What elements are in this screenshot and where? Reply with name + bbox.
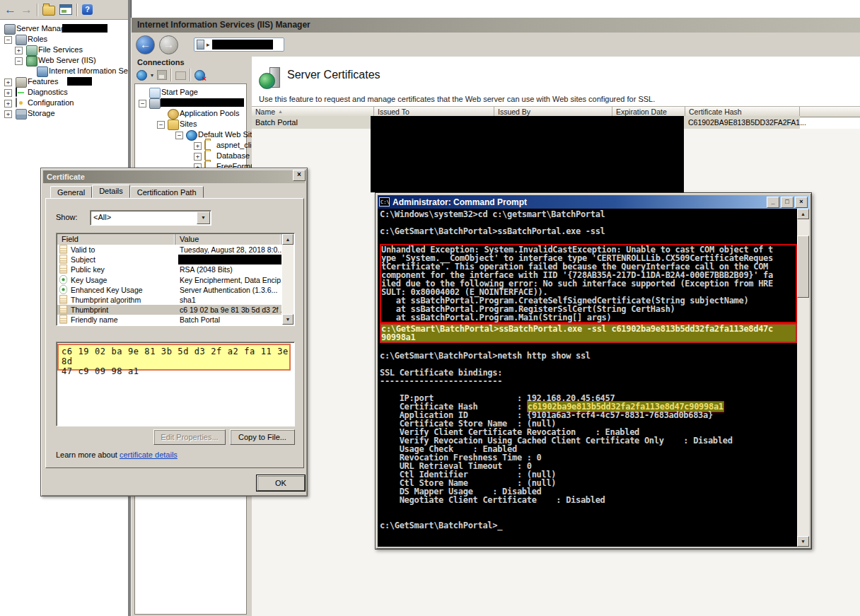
toolbar-separator — [76, 4, 78, 16]
tree-item-label: Default Web Site — [198, 130, 256, 139]
tree-item-features[interactable]: +Features — [0, 76, 128, 87]
field-row-key-usage[interactable]: Key UsageKey Encipherment, Data Encip... — [57, 275, 281, 285]
details-tab-page: Show: <All> ▼ FieldValue Valid toTuesday… — [45, 198, 304, 468]
chevron-down-icon[interactable]: ▼ — [197, 211, 210, 224]
scroll-up-icon[interactable]: ▲ — [797, 209, 809, 219]
tree-item-file-services[interactable]: +File Services — [0, 45, 128, 55]
iis-address-bar[interactable]: ▸ — [194, 37, 284, 52]
tree-item-redacted[interactable]: − — [135, 98, 246, 108]
fields-list-scrollbar[interactable]: ▲ ▼ — [282, 234, 294, 325]
tree-item-roles[interactable]: −Roles — [0, 34, 128, 45]
maximize-icon[interactable]: □ — [781, 197, 794, 208]
tree-expander[interactable]: − — [175, 132, 183, 139]
tab-details[interactable]: Details — [92, 185, 130, 198]
console-line: c:\GetSmart\BatchPortal>ssBatchPortal.ex… — [381, 325, 796, 333]
scroll-down-icon[interactable]: ▼ — [797, 536, 809, 547]
export-folder-icon[interactable] — [42, 6, 55, 16]
tree-expander[interactable]: + — [194, 153, 202, 161]
connect-server-icon[interactable] — [136, 70, 147, 81]
chevron-down-icon[interactable]: ▾ — [151, 72, 153, 79]
tree-item-label: Database — [216, 151, 250, 160]
redacted-text — [67, 77, 92, 86]
column-header-issued-to[interactable]: Issued To — [374, 107, 494, 117]
tree-expander[interactable]: − — [4, 36, 12, 44]
site-globe-icon — [186, 130, 197, 141]
toolbar-separator — [190, 69, 191, 81]
tree-expander[interactable]: + — [15, 47, 23, 54]
tree-expander[interactable]: + — [4, 110, 12, 118]
tree-item-storage[interactable]: +Storage — [0, 108, 128, 119]
field-row-valid-to[interactable]: Valid toTuesday, August 28, 2018 8:0... — [57, 245, 281, 255]
command-prompt-titlebar[interactable]: C:\ Administrator: Command Prompt _ □ × — [378, 195, 809, 209]
cmd-icon: C:\ — [379, 197, 390, 207]
column-header-issued-by[interactable]: Issued By — [494, 107, 612, 117]
field-row-public-key[interactable]: Public keyRSA (2048 Bits) — [57, 265, 281, 274]
console-line — [380, 236, 797, 244]
tree-expander[interactable]: − — [157, 121, 165, 129]
tab-general[interactable]: General — [50, 186, 92, 198]
tree-item-internet-information-se[interactable]: Internet Information Se — [0, 66, 128, 76]
tree-expander[interactable]: − — [139, 100, 146, 107]
console-scrollbar[interactable]: ▲ ▼ — [797, 209, 809, 547]
server-manager-icon — [4, 24, 16, 35]
tree-expander[interactable]: − — [15, 57, 23, 65]
tree-item-default-web-site[interactable]: −Default Web Site — [135, 129, 246, 140]
back-icon[interactable]: ← — [4, 4, 16, 16]
show-dropdown[interactable]: <All> ▼ — [90, 210, 211, 226]
tree-expander[interactable]: + — [4, 89, 12, 97]
field-name: Friendly name — [71, 315, 118, 324]
help-icon[interactable]: ? — [82, 4, 93, 15]
field-row-thumbprint[interactable]: Thumbprintc6 19 02 ba 9e 81 3b 5d d3 2f … — [57, 305, 281, 315]
up-level-icon[interactable] — [175, 71, 186, 80]
disconnect-icon[interactable] — [194, 70, 205, 81]
save-connections-icon[interactable] — [157, 70, 167, 80]
field-value: RSA (2048 Bits) — [180, 265, 233, 274]
close-icon[interactable]: × — [795, 197, 808, 208]
tree-item-configuration[interactable]: +Configuration — [0, 98, 128, 108]
tree-item-diagnostics[interactable]: +Diagnostics — [0, 87, 128, 98]
close-icon[interactable]: × — [293, 170, 306, 181]
field-row-thumbprint-algorithm[interactable]: Thumbprint algorithmsha1 — [57, 295, 281, 305]
certificate-details-link[interactable]: certificate details — [120, 451, 178, 459]
column-header-name[interactable]: Name▲ — [252, 107, 374, 117]
console-window-icon[interactable] — [59, 4, 72, 15]
tree-item-database[interactable]: +Database — [135, 151, 246, 161]
ok-button[interactable]: OK — [257, 475, 305, 491]
tab-certification-path[interactable]: Certification Path — [130, 186, 204, 198]
fields-list-rows: Valid toTuesday, August 28, 2018 8:0...S… — [57, 245, 281, 325]
tree-expander[interactable]: + — [4, 79, 12, 86]
tree-item-label: Storage — [28, 109, 55, 117]
page-title: Server Certificates — [287, 69, 380, 81]
tree-item-aspnet-client[interactable]: +aspnet_client — [135, 140, 246, 151]
tree-item-start-page[interactable]: Start Page — [135, 87, 246, 98]
minimize-icon[interactable]: _ — [767, 197, 779, 208]
redacted-server-name — [212, 40, 273, 50]
field-row-friendly-name[interactable]: Friendly nameBatch Portal — [57, 315, 281, 325]
start-page-icon — [149, 88, 161, 98]
forward-icon[interactable]: → — [21, 4, 33, 16]
field-row-enhanced-key-usage[interactable]: Enhanced Key UsageServer Authentication … — [57, 285, 281, 295]
console-block-error: Unhandled Exception: System.InvalidCastE… — [380, 244, 797, 323]
tree-item-application-pools[interactable]: Application Pools — [135, 108, 246, 119]
tree-item-web-server-iis-[interactable]: −Web Server (IIS) — [0, 55, 128, 66]
column-header-expiration-date[interactable]: Expiration Date — [612, 107, 685, 117]
copy-to-file-button[interactable]: Copy to File... — [230, 429, 295, 445]
scroll-down-icon[interactable]: ▼ — [282, 314, 294, 325]
field-name: Subject — [71, 255, 95, 264]
console-line: c:\GetSmart\BatchPortal>_ — [380, 521, 797, 530]
scrollbar-thumb[interactable] — [797, 236, 809, 298]
tree-expander[interactable]: + — [4, 100, 12, 107]
list-column-header-field[interactable]: Field — [57, 234, 175, 245]
column-header-filler[interactable] — [800, 107, 860, 117]
tree-expander[interactable]: + — [194, 142, 202, 150]
doc-icon — [59, 305, 67, 314]
iis-forward-button[interactable]: → — [159, 35, 178, 54]
field-row-subject[interactable]: Subject — [57, 255, 281, 265]
scroll-up-icon[interactable]: ▲ — [282, 234, 294, 245]
iis-back-button[interactable]: ← — [136, 35, 155, 54]
tree-item-server-manager-[interactable]: Server Manager ( — [0, 23, 128, 34]
list-column-header-value[interactable]: Value — [175, 234, 281, 245]
column-header-certificate-hash[interactable]: Certificate Hash — [685, 107, 800, 117]
redacted-text — [62, 24, 108, 33]
tree-item-sites[interactable]: −Sites — [135, 119, 246, 129]
